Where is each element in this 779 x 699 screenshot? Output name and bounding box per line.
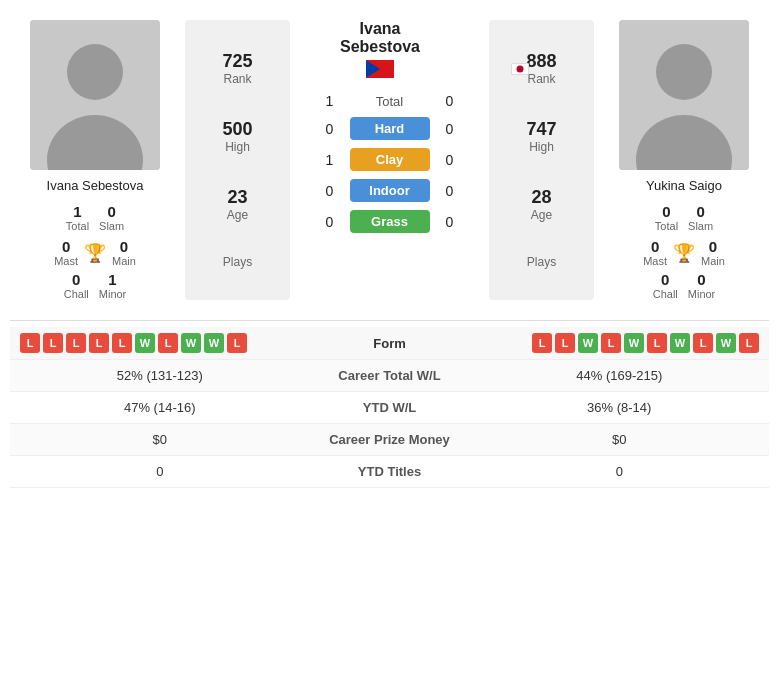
player2-card: Yukina Saigo 0 Total 0 Slam 0 Mast 🏆 bbox=[599, 10, 769, 310]
player2-age-stat: 28 Age bbox=[531, 187, 552, 222]
bottom-section: LLLLLWLWWL Form LLWLWLWLWL 52% (131-123)… bbox=[10, 320, 769, 488]
surface-indoor-row: 0 Indoor 0 bbox=[300, 179, 479, 202]
center-section: Ivana Sebestova Yukina Saigo bbox=[295, 10, 484, 310]
player1-trophy-row: 0 Mast 🏆 0 Main bbox=[54, 238, 136, 267]
player1-age-stat: 23 Age bbox=[227, 187, 248, 222]
player2-prize: $0 bbox=[480, 432, 760, 447]
player2-slam: 0 Slam bbox=[688, 203, 713, 232]
player1-slam: 0 Slam bbox=[99, 203, 124, 232]
player2-form: LLWLWLWLWL bbox=[450, 333, 760, 353]
form-badge: W bbox=[204, 333, 224, 353]
form-badge: W bbox=[670, 333, 690, 353]
player2-ytd-titles: 0 bbox=[480, 464, 760, 479]
surface-hard-row: 0 Hard 0 bbox=[300, 117, 479, 140]
ytd-titles-label: YTD Titles bbox=[300, 464, 480, 479]
player1-high-stat: 500 High bbox=[222, 119, 252, 154]
ytd-wl-label: YTD W/L bbox=[300, 400, 480, 415]
svg-point-6 bbox=[656, 44, 712, 100]
surface-rows: 1 Total 0 0 Hard 0 1 Clay 0 0 bbox=[300, 93, 479, 241]
player1-card: Ivana Sebestova 1 Total 0 Slam 0 Mast 🏆 bbox=[10, 10, 180, 310]
surface-clay-row: 1 Clay 0 bbox=[300, 148, 479, 171]
player2-middle-stats: 888 Rank 747 High 28 Age Plays bbox=[489, 20, 594, 300]
player2-rank-stat: 888 Rank bbox=[526, 51, 556, 86]
player2-main: 0 Main bbox=[701, 238, 725, 267]
form-badge: L bbox=[532, 333, 552, 353]
player2-name: Yukina Saigo bbox=[646, 178, 722, 193]
form-badge: W bbox=[624, 333, 644, 353]
form-badge: L bbox=[158, 333, 178, 353]
player1-minor: 1 Minor bbox=[99, 271, 127, 300]
player1-rank-stat: 725 Rank bbox=[222, 51, 252, 86]
players-section: Ivana Sebestova 1 Total 0 Slam 0 Mast 🏆 bbox=[10, 10, 769, 310]
form-badge: L bbox=[20, 333, 40, 353]
career-wl-row: 52% (131-123) Career Total W/L 44% (169-… bbox=[10, 360, 769, 392]
player1-career-wl: 52% (131-123) bbox=[20, 368, 300, 383]
form-badge: W bbox=[716, 333, 736, 353]
player2-avatar bbox=[619, 20, 749, 170]
career-wl-label: Career Total W/L bbox=[300, 368, 480, 383]
form-badge: L bbox=[601, 333, 621, 353]
player1-title: Ivana Sebestova bbox=[310, 20, 450, 56]
form-label: Form bbox=[330, 336, 450, 351]
form-badge: L bbox=[739, 333, 759, 353]
ytd-titles-row: 0 YTD Titles 0 bbox=[10, 456, 769, 488]
form-badge: L bbox=[227, 333, 247, 353]
player2-ytd-wl: 36% (8-14) bbox=[480, 400, 760, 415]
form-badge: L bbox=[66, 333, 86, 353]
player1-name: Ivana Sebestova bbox=[47, 178, 144, 193]
form-badge: L bbox=[112, 333, 132, 353]
player1-form: LLLLLWLWWL bbox=[20, 333, 330, 353]
player2-minor: 0 Minor bbox=[688, 271, 716, 300]
player1-trophy-icon: 🏆 bbox=[84, 242, 106, 264]
player1-main: 0 Main bbox=[112, 238, 136, 267]
player1-ytd-titles: 0 bbox=[20, 464, 300, 479]
player1-total: 1 Total bbox=[66, 203, 89, 232]
prize-label: Career Prize Money bbox=[300, 432, 480, 447]
player1-avatar bbox=[30, 20, 160, 170]
form-badge: W bbox=[181, 333, 201, 353]
surface-total-row: 1 Total 0 bbox=[300, 93, 479, 109]
player2-trophy-icon: 🏆 bbox=[673, 242, 695, 264]
form-row: LLLLLWLWWL Form LLWLWLWLWL bbox=[10, 327, 769, 360]
form-badge: L bbox=[43, 333, 63, 353]
player2-plays-stat: Plays bbox=[527, 255, 556, 269]
player1-stats-row1: 1 Total 0 Slam bbox=[66, 203, 124, 232]
player1-middle-stats: 725 Rank 500 High 23 Age Plays bbox=[185, 20, 290, 300]
player2-stats-row1: 0 Total 0 Slam bbox=[655, 203, 713, 232]
form-badge: L bbox=[89, 333, 109, 353]
form-badge: W bbox=[578, 333, 598, 353]
player1-ytd-wl: 47% (14-16) bbox=[20, 400, 300, 415]
ytd-wl-row: 47% (14-16) YTD W/L 36% (8-14) bbox=[10, 392, 769, 424]
player1-flag bbox=[310, 60, 450, 83]
player1-mast: 0 Mast bbox=[54, 238, 78, 267]
form-badge: L bbox=[693, 333, 713, 353]
player2-high-stat: 747 High bbox=[526, 119, 556, 154]
player2-trophy-row: 0 Mast 🏆 0 Main bbox=[643, 238, 725, 267]
form-badge: L bbox=[647, 333, 667, 353]
surface-grass-row: 0 Grass 0 bbox=[300, 210, 479, 233]
player2-chall: 0 Chall bbox=[653, 271, 678, 300]
player2-career-wl: 44% (169-215) bbox=[480, 368, 760, 383]
prize-row: $0 Career Prize Money $0 bbox=[10, 424, 769, 456]
player1-plays-stat: Plays bbox=[223, 255, 252, 269]
player2-mast: 0 Mast bbox=[643, 238, 667, 267]
player1-stats-row3: 0 Chall 1 Minor bbox=[64, 271, 127, 300]
player1-prize: $0 bbox=[20, 432, 300, 447]
form-badge: W bbox=[135, 333, 155, 353]
player2-total: 0 Total bbox=[655, 203, 678, 232]
player2-stats-row3: 0 Chall 0 Minor bbox=[653, 271, 716, 300]
form-badge: L bbox=[555, 333, 575, 353]
svg-point-1 bbox=[67, 44, 123, 100]
player1-chall: 0 Chall bbox=[64, 271, 89, 300]
main-container: Ivana Sebestova 1 Total 0 Slam 0 Mast 🏆 bbox=[0, 0, 779, 498]
